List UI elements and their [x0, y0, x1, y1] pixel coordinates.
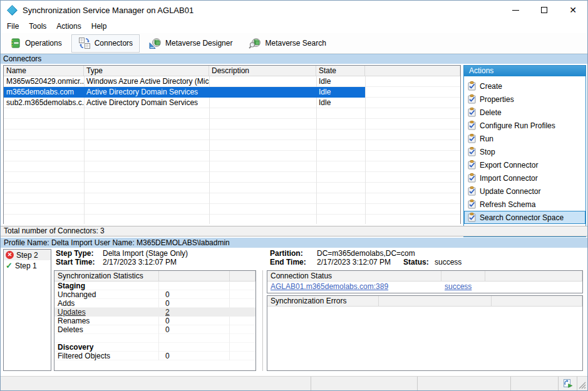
- column-header-name[interactable]: Name: [4, 66, 84, 76]
- close-icon: ✕: [569, 5, 577, 15]
- connector-row-2-selected[interactable]: m365demolabs.com Active Directory Domain…: [4, 87, 460, 98]
- connector-row-1[interactable]: M365w520429.onmicr... Windows Azure Acti…: [4, 76, 460, 87]
- metaverse-search-button[interactable]: Metaverse Search: [242, 34, 333, 53]
- metaverse-search-label: Metaverse Search: [265, 39, 326, 48]
- task-icon: [468, 186, 476, 196]
- action-run[interactable]: Run: [464, 132, 585, 145]
- step-label: Step 2: [16, 251, 38, 260]
- action-label: Stop: [480, 148, 495, 156]
- connectors-label: Connectors: [95, 39, 133, 48]
- cell-blank: [365, 76, 460, 87]
- statusbar-section-3: [418, 377, 512, 390]
- stat-row-adds: Adds0: [54, 299, 255, 308]
- cell-name: sub2.m365demolabs.c...: [4, 98, 84, 108]
- operations-button[interactable]: Operations: [3, 34, 69, 53]
- action-search-connector-space[interactable]: Search Connector Space: [464, 211, 585, 224]
- end-time-label: End Time:: [270, 258, 306, 267]
- task-icon: [468, 213, 476, 222]
- task-icon: [468, 121, 476, 130]
- metaverse-designer-button[interactable]: Metaverse Designer: [142, 34, 239, 53]
- panel-splitter[interactable]: [262, 270, 263, 371]
- action-stop[interactable]: Stop: [464, 145, 585, 158]
- header-blank: [485, 271, 582, 282]
- sync-statistics-body: Staging Unchanged0 Adds0 Updates2 Rename…: [54, 282, 255, 360]
- stat-row-spacer: [54, 334, 255, 343]
- stat-row-filtered-objects: Filtered Objects0: [54, 352, 255, 360]
- maximize-button[interactable]: [530, 1, 559, 19]
- cell-type: Active Directory Domain Services: [84, 87, 209, 98]
- action-label: Properties: [480, 95, 514, 104]
- connection-status-row: AGLAB01.m365demolabs.com:389 success: [267, 282, 582, 292]
- metaverse-search-icon: [249, 37, 261, 49]
- steps-panel: ✕ Step 2 ✓ Step 1: [3, 249, 51, 371]
- menu-tools[interactable]: Tools: [24, 20, 51, 33]
- action-create[interactable]: Create: [464, 79, 585, 93]
- cell-type: Windows Azure Active Directory (Micr...: [84, 76, 209, 87]
- task-icon: [468, 147, 476, 156]
- menu-file[interactable]: File: [2, 20, 24, 33]
- column-header-blank[interactable]: [365, 66, 460, 76]
- window-title: Synchronization Service Manager on AGLAB…: [23, 6, 193, 15]
- cell-state: Idle: [316, 98, 365, 108]
- stat-row-discovery: Discovery: [54, 343, 255, 352]
- task-icon: [468, 200, 476, 209]
- actions-panel: Actions Create Properties Delete Configu…: [463, 65, 586, 237]
- action-label: Update Connector: [480, 187, 540, 196]
- cell-description: [209, 87, 316, 98]
- action-label: Import Connector: [480, 174, 538, 183]
- stat-row-updates[interactable]: Updates2: [54, 308, 255, 317]
- action-label: Export Connector: [480, 161, 538, 170]
- task-icon: [468, 134, 476, 143]
- header-blank: [441, 271, 485, 282]
- task-icon: [468, 108, 476, 117]
- statusbar-section-1: [1, 377, 311, 390]
- connectors-icon: [78, 37, 91, 49]
- step-item-1[interactable]: ✓ Step 1: [4, 260, 51, 271]
- action-update-connector[interactable]: Update Connector: [464, 185, 585, 198]
- action-properties[interactable]: Properties: [464, 93, 585, 106]
- stat-row-deletes: Deletes0: [54, 325, 255, 334]
- stat-row-staging: Staging: [54, 282, 255, 290]
- end-time-value: 2/17/2023 3:12:07 PM: [317, 258, 391, 267]
- step-item-2[interactable]: ✕ Step 2: [4, 250, 51, 260]
- actions-panel-title: Actions: [464, 66, 585, 76]
- header-blank: [492, 296, 582, 307]
- connectors-button[interactable]: Connectors: [71, 34, 140, 53]
- column-header-type[interactable]: Type: [84, 66, 209, 76]
- stat-row-unchanged: Unchanged0: [54, 290, 255, 299]
- menu-help[interactable]: Help: [86, 20, 112, 33]
- action-refresh-schema[interactable]: Refresh Schema: [464, 198, 585, 211]
- menu-actions[interactable]: Actions: [51, 20, 86, 33]
- resize-grip[interactable]: [577, 377, 587, 390]
- column-header-description[interactable]: Description: [209, 66, 316, 76]
- connectors-table-body: M365w520429.onmicr... Windows Azure Acti…: [4, 76, 460, 224]
- connection-host-link[interactable]: AGLAB01.m365demolabs.com:389: [271, 282, 388, 291]
- sync-statistics-title: Synchronization Statistics: [54, 271, 159, 282]
- action-export-connector[interactable]: Export Connector: [464, 158, 585, 171]
- connector-row-3[interactable]: sub2.m365demolabs.c... Active Directory …: [4, 98, 460, 108]
- minimize-icon: [512, 10, 519, 11]
- operations-label: Operations: [25, 39, 62, 48]
- status-value: success: [435, 258, 462, 267]
- step-label: Step 1: [15, 262, 37, 270]
- profile-bar: Profile Name: Delta Import User Name: M3…: [1, 238, 587, 248]
- cell-type: Active Directory Domain Services: [84, 98, 209, 108]
- action-delete[interactable]: Delete: [464, 106, 585, 119]
- close-button[interactable]: ✕: [559, 1, 587, 19]
- operations-icon: [10, 38, 21, 49]
- connection-result-link[interactable]: success: [445, 282, 472, 291]
- minimize-button[interactable]: [501, 1, 530, 19]
- sync-errors-title: Synchronization Errors: [267, 296, 379, 307]
- partition-value: DC=m365demolabs,DC=com: [317, 249, 415, 258]
- actions-list: Create Properties Delete Configure Run P…: [464, 76, 585, 224]
- cell-name: M365w520429.onmicr...: [4, 76, 84, 87]
- metaverse-designer-label: Metaverse Designer: [165, 39, 232, 48]
- action-label: Refresh Schema: [480, 200, 535, 209]
- action-configure-run-profiles[interactable]: Configure Run Profiles: [464, 119, 585, 132]
- column-header-state[interactable]: State: [316, 66, 365, 76]
- stat-row-renames: Renames0: [54, 317, 255, 325]
- action-import-connector[interactable]: Import Connector: [464, 171, 585, 185]
- connectors-table-header: Name Type Description State: [4, 66, 460, 76]
- cell-description: [209, 76, 316, 87]
- cell-blank: [365, 87, 460, 98]
